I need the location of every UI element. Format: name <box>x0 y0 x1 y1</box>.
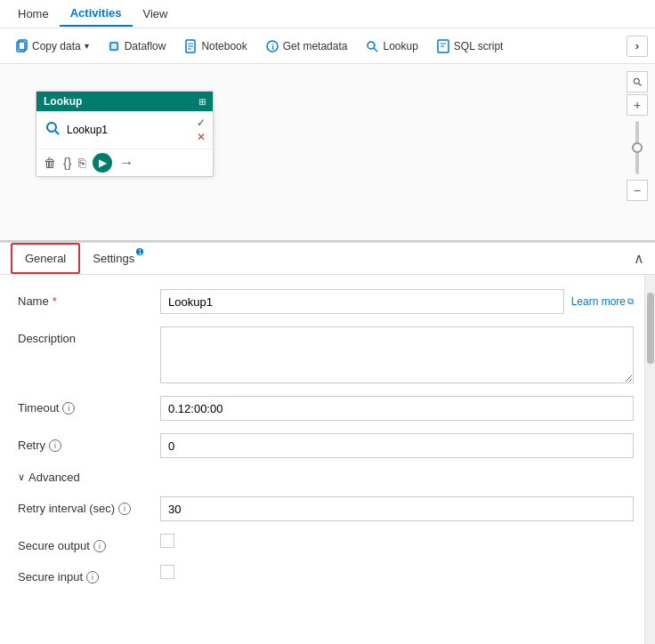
advanced-toggle[interactable]: ∨ Advanced <box>18 471 634 484</box>
description-textarea[interactable] <box>160 326 634 383</box>
get-metadata-button[interactable]: i Get metadata <box>258 36 355 57</box>
canvas-search-button[interactable] <box>627 71 648 93</box>
lookup-toolbar-icon <box>365 39 379 53</box>
node-delete-icon[interactable]: 🗑 <box>44 156 56 170</box>
canvas-area[interactable]: Lookup ⊞ Lookup1 ✓ ✕ 🗑 {} ⎘ ▶ → <box>0 64 655 242</box>
name-input[interactable] <box>160 289 564 314</box>
retry-info-icon[interactable]: i <box>49 439 61 452</box>
retry-interval-control-wrap <box>160 496 634 521</box>
node-body: Lookup1 ✓ ✕ <box>36 111 213 149</box>
lookup-toolbar-button[interactable]: Lookup <box>358 36 425 57</box>
toolbar-more-button[interactable]: › <box>627 36 648 57</box>
advanced-chevron-icon: ∨ <box>18 471 25 483</box>
svg-line-11 <box>374 48 377 52</box>
props-collapse-button[interactable]: ∧ <box>634 250 644 267</box>
copy-data-label: Copy data <box>32 40 81 52</box>
tab-settings[interactable]: Settings 1 <box>80 245 147 272</box>
menu-activities[interactable]: Activities <box>60 1 133 27</box>
copy-data-button[interactable]: Copy data ▾ <box>7 36 96 57</box>
copy-data-icon <box>14 39 28 53</box>
canvas-controls: + − <box>627 71 648 201</box>
secure-input-label: Secure input i <box>18 565 160 584</box>
menu-bar: Home Activities View <box>0 0 655 28</box>
sql-script-button[interactable]: SQL script <box>429 36 511 57</box>
svg-text:i: i <box>271 43 274 52</box>
svg-point-10 <box>368 42 375 49</box>
menu-view[interactable]: View <box>133 2 179 26</box>
get-metadata-icon: i <box>265 39 279 53</box>
secure-input-row: Secure input i <box>18 565 634 584</box>
canvas-zoom-in-button[interactable]: + <box>627 94 648 116</box>
name-required: * <box>53 294 57 308</box>
props-header: General Settings 1 ∧ <box>0 243 655 275</box>
node-arrow-icon[interactable]: → <box>119 155 133 171</box>
zoom-slider-thumb <box>632 142 643 153</box>
retry-label: Retry i <box>18 433 160 452</box>
lookup-node-icon <box>44 119 61 141</box>
sql-script-icon <box>436 39 450 53</box>
node-header-label: Lookup <box>44 95 82 108</box>
secure-output-info-icon[interactable]: i <box>93 540 106 552</box>
name-label: Name * <box>18 289 160 308</box>
notebook-button[interactable]: Notebook <box>176 36 254 57</box>
canvas-zoom-out-button[interactable]: − <box>627 180 648 201</box>
dataflow-label: Dataflow <box>125 40 166 52</box>
svg-line-18 <box>639 84 642 86</box>
retry-input[interactable] <box>160 433 634 458</box>
secure-input-control-wrap <box>160 565 634 579</box>
tab-general[interactable]: General <box>11 243 80 274</box>
svg-line-16 <box>55 131 59 134</box>
description-row: Description <box>18 326 634 383</box>
settings-badge: 1 <box>136 248 143 255</box>
status-x-icon: ✕ <box>197 131 206 143</box>
menu-home[interactable]: Home <box>7 2 60 26</box>
node-header-icon: ⊞ <box>198 97 206 107</box>
retry-interval-label: Retry interval (sec) i <box>18 496 160 515</box>
pipeline-node[interactable]: Lookup ⊞ Lookup1 ✓ ✕ 🗑 {} ⎘ ▶ → <box>36 91 214 177</box>
node-params-icon[interactable]: {} <box>63 156 71 170</box>
retry-interval-info-icon[interactable]: i <box>118 503 131 515</box>
copy-data-dropdown-icon: ▾ <box>85 41 89 51</box>
retry-interval-input[interactable] <box>160 496 634 521</box>
advanced-label: Advanced <box>28 471 80 484</box>
secure-output-control-wrap <box>160 534 634 548</box>
timeout-label: Timeout i <box>18 396 160 415</box>
external-link-icon: ⧉ <box>627 296 634 307</box>
secure-input-checkbox[interactable] <box>160 565 174 579</box>
secure-input-info-icon[interactable]: i <box>86 571 99 584</box>
secure-output-checkbox[interactable] <box>160 534 174 548</box>
timeout-info-icon[interactable]: i <box>62 402 75 415</box>
svg-point-15 <box>47 123 56 132</box>
retry-interval-row: Retry interval (sec) i <box>18 496 634 521</box>
scrollbar-thumb <box>647 293 654 364</box>
notebook-label: Notebook <box>201 40 247 52</box>
secure-output-label: Secure output i <box>18 534 160 552</box>
svg-point-17 <box>634 78 639 84</box>
description-control-wrap <box>160 326 634 383</box>
name-row: Name * Learn more ⧉ <box>18 289 634 314</box>
learn-more-link[interactable]: Learn more ⧉ <box>571 295 634 308</box>
props-tabs: General Settings 1 <box>11 243 147 274</box>
lookup-toolbar-label: Lookup <box>383 40 417 52</box>
toolbar: Copy data ▾ Dataflow Notebook i Get meta… <box>0 28 655 64</box>
secure-output-row: Secure output i <box>18 534 634 552</box>
timeout-control-wrap <box>160 396 634 421</box>
right-scrollbar[interactable] <box>644 275 655 644</box>
timeout-row: Timeout i <box>18 396 634 421</box>
dataflow-button[interactable]: Dataflow <box>100 36 174 57</box>
node-copy-icon[interactable]: ⎘ <box>78 156 85 170</box>
get-metadata-label: Get metadata <box>283 40 348 52</box>
timeout-input[interactable] <box>160 396 634 421</box>
node-status-icons: ✓ ✕ <box>197 117 206 143</box>
dataflow-icon <box>107 39 121 53</box>
props-body: Name * Learn more ⧉ Description <box>0 275 655 644</box>
name-control-wrap: Learn more ⧉ <box>160 289 634 314</box>
main-layout: Lookup ⊞ Lookup1 ✓ ✕ 🗑 {} ⎘ ▶ → <box>0 64 655 644</box>
node-run-button[interactable]: ▶ <box>93 153 112 173</box>
retry-control-wrap <box>160 433 634 458</box>
zoom-slider-track[interactable] <box>635 121 639 174</box>
node-header: Lookup ⊞ <box>36 92 213 111</box>
node-actions: 🗑 {} ⎘ ▶ → <box>36 149 213 176</box>
description-label: Description <box>18 326 160 345</box>
retry-row: Retry i <box>18 433 634 458</box>
